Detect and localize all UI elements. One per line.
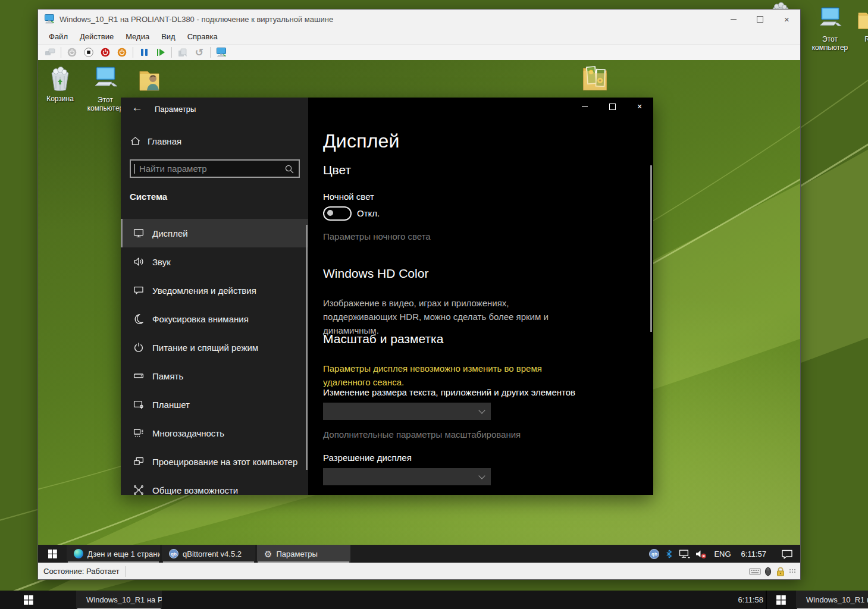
taskbar-task-qbittorrent[interactable]: qb qBittorrent v4.5.2 <box>162 545 255 563</box>
night-light-settings-link[interactable]: Параметры ночного света <box>323 231 431 241</box>
host-task-vm-connection[interactable]: Windows_10_R1 на P... <box>76 591 162 609</box>
shared-icon <box>133 484 145 495</box>
nav-item-shared-experiences[interactable]: Общие возможности <box>121 476 308 495</box>
resize-grip[interactable] <box>789 569 797 574</box>
menu-action[interactable]: Действие <box>74 30 120 43</box>
revert-button[interactable]: ↺ <box>193 46 205 58</box>
pause-button[interactable] <box>138 46 150 58</box>
nav-item-notifications[interactable]: Уведомления и действия <box>121 276 308 304</box>
checkpoint-button[interactable] <box>177 46 189 58</box>
network-icon[interactable] <box>679 549 690 559</box>
multitask-icon <box>133 427 145 439</box>
vm-menubar: Файл Действие Медиа Вид Справка <box>38 29 800 44</box>
host-this-pc-icon[interactable]: Этот компьютер <box>809 6 851 52</box>
vm-status-bar: Состояние: Работает <box>38 563 800 579</box>
page-title: Дисплей <box>323 130 400 152</box>
settings-maximize-button[interactable] <box>598 98 626 115</box>
nav-label: Фокусировка внимания <box>152 314 249 324</box>
settings-search-box <box>130 159 300 178</box>
vm-close-button[interactable]: × <box>773 10 800 29</box>
vm-maximize-button[interactable] <box>747 10 773 29</box>
nav-item-display[interactable]: Дисплей <box>121 219 308 247</box>
ctrl-alt-del-button[interactable] <box>44 46 56 58</box>
host-desktop: Этот компьютер Ro Windows_10_R1 на PROLI… <box>0 0 868 609</box>
shut-down-button[interactable] <box>116 46 128 58</box>
host-clock[interactable]: 6:11:58 <box>738 591 763 609</box>
host-folder-icon[interactable]: Ro <box>848 6 868 43</box>
host-task-vm-connection-secondary[interactable]: Windows_10_R1 на P. <box>796 591 868 609</box>
pictures-folder-desktop-icon[interactable] <box>574 60 616 99</box>
menu-media[interactable]: Медиа <box>120 30 155 43</box>
sidebar-scrollbar[interactable] <box>306 225 308 470</box>
user-folder-desktop-icon[interactable] <box>128 65 171 96</box>
taskbar-task-edge[interactable]: Дзен и еще 1 страни... <box>67 545 160 563</box>
vm-connection-icon <box>44 14 55 24</box>
nav-label: Планшет <box>152 400 190 410</box>
nav-item-focus-assist[interactable]: Фокусировка внимания <box>121 304 308 333</box>
menu-view[interactable]: Вид <box>155 30 181 43</box>
gear-icon: ⚙ <box>264 550 272 558</box>
action-center-icon[interactable] <box>781 549 793 559</box>
icon-label: Ro <box>864 35 868 43</box>
vm-clock[interactable]: 6:11:57 <box>741 550 766 558</box>
search-icon[interactable] <box>284 164 294 174</box>
advanced-scaling-link[interactable]: Дополнительные параметры масштабирования <box>323 429 521 440</box>
vm-window-titlebar[interactable]: Windows_10_R1 на PROLIANT-DL380 - подклю… <box>38 10 800 29</box>
power-off-button[interactable] <box>99 46 111 58</box>
toolbar-separator <box>133 47 133 58</box>
icon-label: Этот компьютер <box>87 96 124 112</box>
keyboard-status-icon <box>749 568 761 575</box>
settings-close-button[interactable]: × <box>626 98 653 115</box>
nav-item-multitasking[interactable]: Многозадачность <box>121 419 308 447</box>
turn-off-button[interactable] <box>83 46 95 58</box>
chevron-down-icon <box>478 472 485 479</box>
vm-taskbar: Дзен и еще 1 страни... qb qBittorrent v4… <box>38 545 800 563</box>
back-button[interactable]: ← <box>131 101 143 114</box>
lock-status-icon <box>775 566 786 577</box>
night-light-label: Ночной свет <box>323 192 374 202</box>
language-indicator[interactable]: ENG <box>714 550 731 558</box>
qbittorrent-tray-icon[interactable]: qb <box>649 549 659 559</box>
sidebar-item-home[interactable]: Главная <box>130 136 181 147</box>
nav-item-projecting[interactable]: Проецирование на этот компьютер <box>121 447 308 476</box>
section-heading: Система <box>130 192 167 202</box>
settings-search-input[interactable] <box>135 164 284 174</box>
start-vm-button[interactable] <box>66 46 78 58</box>
resolution-dropdown[interactable] <box>323 468 491 485</box>
nav-item-power-sleep[interactable]: Питание и спящий режим <box>121 333 308 362</box>
nav-label: Общие возможности <box>152 485 238 495</box>
nav-label: Уведомления и действия <box>152 285 256 296</box>
host-start-button[interactable] <box>14 591 43 609</box>
vm-minimize-button[interactable] <box>720 10 747 29</box>
nav-item-tablet[interactable]: Планшет <box>121 390 308 419</box>
hdr-description: Изображение в видео, играх и приложениях… <box>323 296 580 337</box>
settings-minimize-button[interactable] <box>571 98 598 115</box>
content-scrollbar[interactable] <box>650 165 652 332</box>
pictures-folder-icon <box>579 60 610 97</box>
night-light-state: Откл. <box>357 208 380 218</box>
night-light-toggle[interactable] <box>323 206 352 221</box>
sound-icon <box>133 256 145 268</box>
home-icon <box>130 136 141 147</box>
task-label: Дзен и еще 1 страни... <box>87 550 160 558</box>
nav-item-sound[interactable]: Звук <box>121 247 308 276</box>
this-pc-icon <box>91 65 120 94</box>
enhanced-session-button[interactable] <box>215 46 227 58</box>
nav-item-storage[interactable]: Память <box>121 362 308 390</box>
vm-window-title: Windows_10_R1 на PROLIANT-DL380 - подклю… <box>59 15 333 24</box>
taskbar-task-settings[interactable]: ⚙ Параметры <box>257 545 350 563</box>
bluetooth-icon[interactable] <box>665 550 673 558</box>
resume-button[interactable] <box>155 46 167 58</box>
recycle-bin-icon <box>46 64 74 93</box>
host-start-button-secondary[interactable] <box>767 591 795 609</box>
folder-icon <box>856 6 868 33</box>
menu-help[interactable]: Справка <box>181 30 224 43</box>
scaling-dropdown[interactable] <box>323 403 491 420</box>
vm-start-button[interactable] <box>38 545 67 563</box>
icon-label: Этот компьютер <box>812 35 848 52</box>
mouse-status-icon <box>764 567 772 576</box>
windows-logo-icon <box>24 595 33 605</box>
menu-file[interactable]: Файл <box>43 30 74 43</box>
recycle-bin-desktop-icon[interactable]: Корзина <box>39 64 82 103</box>
volume-muted-icon[interactable] <box>695 549 707 559</box>
